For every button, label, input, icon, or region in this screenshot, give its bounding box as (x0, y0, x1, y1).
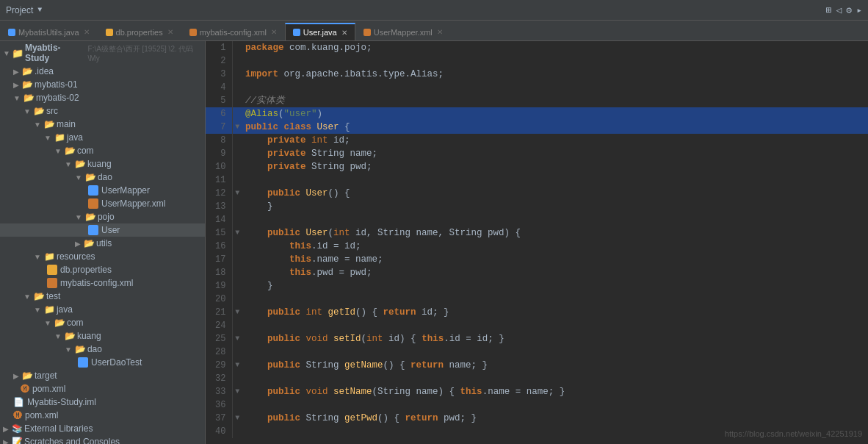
sidebar-item-pom02[interactable]: 🅜 pom.xml (0, 382, 205, 395)
iml-label: Myabtis-Study.iml (27, 397, 96, 407)
code-line-17: 17 this.name = name; (206, 253, 868, 266)
tab-close-userjava[interactable]: ✕ (341, 29, 347, 37)
sidebar-item-usermapper-xml[interactable]: UserMapper.xml (0, 197, 205, 210)
line-fold-11 (232, 173, 242, 187)
sidebar-item-kuang[interactable]: ▼ 📂 kuang (0, 157, 205, 171)
line-content-29: public String getName() { return name; } (242, 359, 868, 372)
top-bar-icon-run[interactable]: ▸ (856, 4, 862, 16)
com-test-label: com (67, 318, 84, 328)
resources-arrow: ▼ (34, 253, 41, 261)
sidebar-item-main[interactable]: ▼ 📂 main (0, 118, 205, 131)
tab-close-dbprops[interactable]: ✕ (167, 28, 173, 36)
line-content-1: package com.kuang.pojo; (242, 41, 868, 54)
tab-label-usermapperxml: UserMapper.xml (374, 28, 433, 37)
line-num-32: 32 (206, 372, 232, 385)
kuang-arrow: ▼ (65, 160, 72, 168)
scratches-label: Scratches and Consoles (24, 437, 120, 444)
code-line-11: 11 (206, 173, 868, 187)
sidebar-item-iml[interactable]: 📄 Myabtis-Study.iml (0, 395, 205, 409)
sidebar-item-scratches[interactable]: ▶ 📝 Scratches and Consoles (0, 435, 205, 444)
top-bar-icon-gear[interactable]: ⚙ (846, 4, 852, 16)
com-icon: 📂 (65, 146, 76, 156)
sidebar-item-idea[interactable]: ▶ 📂 .idea (0, 65, 205, 78)
tab-close-usermapperxml[interactable]: ✕ (437, 28, 443, 36)
code-table: 1 package com.kuang.pojo; 2 3 import org… (206, 41, 868, 438)
iml-icon: 📄 (13, 397, 24, 407)
sidebar-item-user[interactable]: User (0, 223, 205, 237)
pom-root-label: pom.xml (25, 410, 58, 420)
line-content-21: public int getId() { return id; } (242, 306, 868, 319)
mybatis02-label: mybatis-02 (36, 93, 79, 103)
project-dropdown-icon[interactable]: ▼ (37, 6, 42, 14)
tab-label-mybatisutils: MybatisUtils.java (18, 28, 79, 37)
tab-bar: MybatisUtils.java ✕ db.properties ✕ myba… (0, 21, 868, 41)
line-content-16: this.id = id; (242, 240, 868, 253)
sidebar-item-resources[interactable]: ▼ 📁 resources (0, 250, 205, 263)
line-fold-33: ▼ (232, 385, 242, 398)
code-line-8: 8 private int id; (206, 134, 868, 147)
sidebar-item-dao[interactable]: ▼ 📂 dao (0, 171, 205, 184)
code-editor[interactable]: 1 package com.kuang.pojo; 2 3 import org… (206, 41, 868, 444)
src-icon: 📂 (34, 106, 45, 116)
sidebar-item-mybatis02[interactable]: ▼ 📂 mybatis-02 (0, 91, 205, 104)
top-bar-icon-left[interactable]: ◁ (836, 4, 842, 16)
line-num-20: 20 (206, 293, 232, 306)
sidebar-item-external-libs[interactable]: ▶ 📚 External Libraries (0, 422, 205, 435)
src-arrow: ▼ (23, 107, 31, 115)
tab-close-mybatisutils[interactable]: ✕ (84, 28, 90, 36)
idea-arrow: ▶ (13, 68, 19, 76)
code-line-1: 1 package com.kuang.pojo; (206, 41, 868, 54)
tab-usermapperxml[interactable]: UserMapper.xml ✕ (355, 23, 451, 40)
line-num-5: 5 (206, 94, 232, 107)
line-fold-9 (232, 147, 242, 160)
sidebar-item-dbprops[interactable]: db.properties (0, 263, 205, 276)
dao-test-icon: 📂 (75, 344, 86, 354)
sidebar-item-target[interactable]: ▶ 📂 target (0, 369, 205, 382)
java-main-icon: 📁 (54, 132, 65, 143)
code-line-32: 32 (206, 372, 868, 385)
pojo-icon: 📂 (85, 212, 96, 222)
sidebar-item-pojo[interactable]: ▼ 📂 pojo (0, 210, 205, 223)
dao-icon: 📂 (85, 172, 96, 182)
sidebar-item-mybatisconfig[interactable]: mybatis-config.xml (0, 276, 205, 290)
com-label: com (77, 146, 94, 156)
pom02-label: pom.xml (32, 384, 65, 394)
code-line-9: 9 private String name; (206, 147, 868, 160)
kuang-test-label: kuang (77, 331, 101, 341)
kuang-icon: 📂 (75, 159, 86, 169)
sidebar-item-com-test[interactable]: ▼ 📂 com (0, 316, 205, 329)
line-fold-25: ▼ (232, 332, 242, 345)
tab-dbprops[interactable]: db.properties ✕ (98, 23, 181, 40)
mybatis01-icon: 📂 (22, 79, 33, 90)
sidebar-item-test[interactable]: ▼ 📂 test (0, 290, 205, 303)
com-test-icon: 📂 (54, 318, 65, 328)
line-num-29: 29 (206, 359, 232, 372)
line-num-12: 12 (206, 187, 232, 200)
line-num-37: 37 (206, 412, 232, 425)
kuang-test-arrow: ▼ (54, 332, 62, 340)
sidebar-item-mybatis01[interactable]: ▶ 📂 mybatis-01 (0, 78, 205, 91)
sidebar-item-userdaotest[interactable]: UserDaoTest (0, 356, 205, 369)
top-bar-icon-sync[interactable]: ⊞ (826, 4, 832, 16)
code-line-24: 24 (206, 319, 868, 332)
com-test-arrow: ▼ (44, 319, 51, 327)
line-content-9: private String name; (242, 147, 868, 160)
dbprops-label: db.properties (60, 265, 112, 275)
sidebar-item-com[interactable]: ▼ 📂 com (0, 144, 205, 157)
sidebar-item-dao-test[interactable]: ▼ 📂 dao (0, 343, 205, 356)
tab-mybatisutils[interactable]: MybatisUtils.java ✕ (0, 23, 98, 40)
tab-userjava[interactable]: User.java ✕ (285, 23, 355, 40)
sidebar-item-java-test[interactable]: ▼ 📁 java (0, 303, 205, 316)
tab-mybatisconfig[interactable]: mybatis-config.xml ✕ (181, 23, 285, 40)
sidebar-item-kuang-test[interactable]: ▼ 📂 kuang (0, 329, 205, 343)
sidebar-item-java-main[interactable]: ▼ 📁 java (0, 131, 205, 144)
sidebar-item-usermapper[interactable]: UserMapper (0, 184, 205, 197)
sidebar-item-utils[interactable]: ▶ 📂 utils (0, 237, 205, 250)
root-icon: 📁 (12, 48, 23, 59)
sidebar-root[interactable]: ▼ 📁 Myabtis-Study F:\A级整合\西开 [19525] \2.… (0, 41, 205, 65)
sidebar-item-src[interactable]: ▼ 📂 src (0, 104, 205, 118)
userdaotest-label: UserDaoTest (91, 357, 142, 368)
line-content-8: private int id; (242, 134, 868, 147)
sidebar-item-pom-root[interactable]: 🅜 pom.xml (0, 409, 205, 422)
tab-close-mybatisconfig[interactable]: ✕ (271, 28, 277, 36)
